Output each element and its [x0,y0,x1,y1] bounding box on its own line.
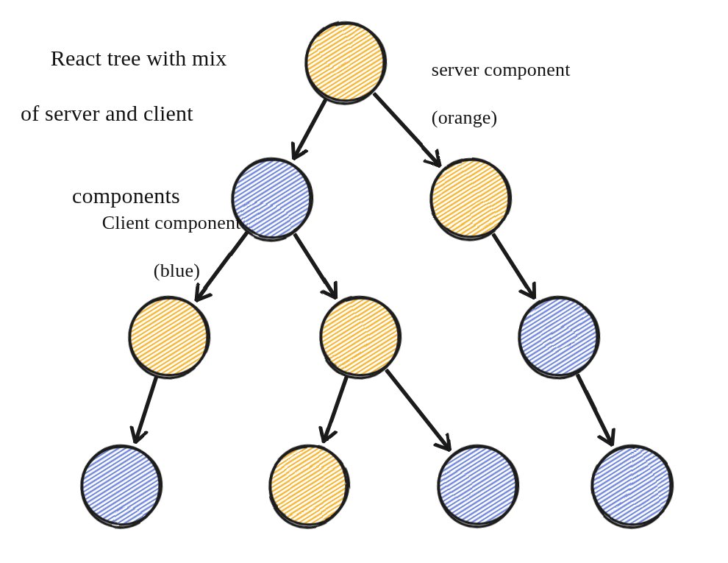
svg-line-52 [449,434,451,450]
svg-point-63 [234,160,310,237]
svg-line-53 [447,435,449,450]
svg-point-79 [79,444,164,526]
svg-line-37 [135,378,155,442]
svg-point-86 [435,442,521,531]
svg-line-36 [136,378,157,443]
svg-point-62 [302,18,388,107]
svg-point-83 [265,442,351,531]
svg-point-73 [318,295,403,378]
client-node [515,293,602,382]
svg-line-25 [294,235,335,299]
svg-point-65 [229,155,315,244]
server-label-line-1: server component [432,59,571,80]
client-node [229,155,315,244]
server-label-line-2: (orange) [432,107,498,128]
svg-line-33 [520,292,534,299]
svg-line-39 [131,427,135,442]
title-line-2: of server and client [21,99,226,127]
svg-line-7 [293,99,325,157]
svg-line-43 [323,377,346,442]
svg-line-27 [321,292,335,299]
svg-line-54 [579,375,613,444]
svg-line-49 [386,371,449,450]
svg-point-67 [429,157,513,239]
svg-line-10 [294,151,307,159]
svg-point-76 [517,295,602,378]
svg-point-61 [304,21,388,103]
svg-line-9 [292,143,293,158]
svg-point-89 [589,442,675,531]
server-node [317,293,403,382]
svg-line-26 [323,291,337,298]
client-node [78,442,164,531]
svg-line-50 [435,444,450,449]
svg-point-81 [271,447,347,524]
svg-point-72 [322,299,399,375]
svg-line-42 [324,378,347,443]
svg-line-6 [294,101,326,159]
server-node [265,442,351,531]
svg-point-69 [131,299,207,375]
svg-line-46 [324,433,336,442]
svg-point-85 [436,444,521,526]
svg-line-31 [493,235,533,299]
server-node [427,155,513,244]
client-node [589,442,675,531]
svg-point-88 [590,444,675,526]
svg-point-82 [267,444,351,526]
svg-line-48 [388,370,450,450]
svg-point-60 [307,24,384,101]
client-node [435,442,521,531]
svg-point-66 [432,160,509,237]
svg-point-87 [594,447,671,524]
svg-line-40 [136,433,148,443]
client-label-line-1: Client component [102,212,241,233]
svg-line-32 [521,291,535,298]
svg-line-38 [132,428,136,443]
svg-line-56 [600,436,613,445]
svg-point-75 [521,299,597,375]
svg-line-24 [296,234,336,298]
svg-line-41 [135,432,146,442]
svg-point-84 [440,447,516,524]
svg-line-15 [424,161,439,166]
svg-line-58 [613,429,614,445]
svg-line-30 [494,234,535,298]
svg-line-51 [435,445,449,450]
svg-line-14 [426,160,440,165]
svg-point-68 [427,155,513,244]
title-line-1: React tree with mix [51,46,227,70]
server-node [302,18,388,107]
svg-point-77 [515,293,602,382]
svg-point-78 [83,447,160,524]
svg-line-57 [599,437,612,445]
svg-line-59 [612,430,613,445]
svg-line-11 [293,150,307,158]
svg-point-80 [78,442,164,531]
diagram-canvas: React tree with mix of server and client… [0,0,728,563]
svg-point-64 [230,157,315,239]
server-component-label: server component (orange) [412,34,571,154]
svg-line-45 [320,427,323,442]
svg-point-70 [127,295,212,378]
svg-point-74 [317,293,403,382]
svg-line-8 [293,144,294,159]
svg-line-47 [323,433,335,442]
client-component-label: Client component (blue) [82,187,241,307]
svg-line-44 [321,428,324,443]
client-label-line-2: (blue) [102,260,200,281]
svg-line-55 [577,375,612,445]
